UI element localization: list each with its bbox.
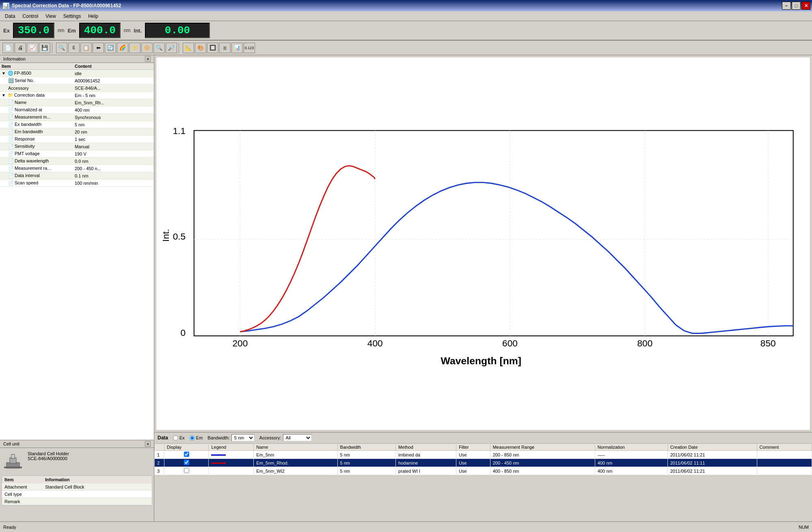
tb-b5[interactable]: 🔄 (105, 43, 116, 53)
tb-b10[interactable]: 🔎 (166, 43, 177, 53)
radio-em-input[interactable] (190, 435, 195, 441)
cell-row-type: Cell type (2, 491, 152, 498)
row-name: Em_5nm_Rhod. (254, 459, 337, 467)
row-name: Em_5nm_WI2 (254, 467, 337, 475)
svg-rect-5 (194, 130, 793, 336)
menu-control[interactable]: Control (19, 13, 41, 20)
menu-help[interactable]: Help (85, 13, 102, 20)
menu-settings[interactable]: Settings (60, 13, 84, 20)
data-table-container: Display Legend Name Bandwidth Method Fil… (154, 443, 812, 518)
accessory-group: Accessory: All SCE-846 (259, 434, 312, 441)
info-col-headers: Item Content (0, 63, 154, 70)
title-bar: 📊 Spectral Correction Data - FP-8500/A00… (0, 0, 812, 11)
info-col-content: Content (75, 64, 152, 69)
row-comment (757, 467, 812, 475)
data-table-row[interactable]: 2Em_5nm_Rhod.5 nmhodamineUse200 - 450 nm… (155, 459, 812, 467)
row-date: 2011/06/02 11:21 (667, 467, 757, 475)
row-display[interactable] (164, 467, 209, 475)
tb-b3[interactable]: 📋 (80, 43, 92, 53)
tb-b15[interactable]: 📊 (231, 43, 243, 53)
row-legend (209, 467, 254, 475)
legend-line (211, 454, 226, 456)
col-filter: Filter (456, 444, 490, 451)
display-checkbox[interactable] (184, 468, 189, 473)
minimize-button[interactable]: − (782, 2, 791, 10)
bandwidth-group: Bandwidth: 1 nm 2 nm 3 nm 5 nm 10 nm 20 … (207, 434, 254, 441)
tb-b12[interactable]: 🎨 (195, 43, 206, 53)
int-display: 0.00 (145, 23, 210, 38)
row-bandwidth: 5 nm (337, 467, 396, 475)
tb-b16[interactable]: 0.123 (244, 43, 255, 53)
tb-b7[interactable]: ⚡ (129, 43, 140, 53)
row-method: hodamine (396, 459, 456, 467)
tb-b11[interactable]: 📐 (183, 43, 194, 53)
tb-b8[interactable]: 🔆 (141, 43, 153, 53)
tb-b1[interactable]: 🔍 (56, 43, 67, 53)
info-row: 📄SensitivityManual (0, 143, 154, 150)
tb-new[interactable]: 📄 (2, 43, 14, 53)
display-checkbox[interactable] (184, 452, 189, 457)
tb-print[interactable]: 🖨 (15, 43, 26, 53)
tb-b2[interactable]: E (68, 43, 80, 53)
col-display: Display (164, 444, 209, 451)
info-row: ▼ 🌐FP-8500idle (0, 70, 154, 77)
tb-graph[interactable]: 📈 (27, 43, 38, 53)
info-row: 📄Delta wavelength0.0 nm (0, 158, 154, 165)
display-checkbox[interactable] (184, 460, 189, 465)
info-row: 📄NameEm_5nm_Rh... (0, 99, 154, 106)
svg-text:200: 200 (232, 338, 248, 348)
info-col-item: Item (2, 64, 75, 69)
menu-view[interactable]: View (42, 13, 59, 20)
expand-icon[interactable]: ▼ (2, 71, 7, 76)
cell-col2: Information (43, 477, 152, 482)
radio-ex[interactable]: Ex (173, 435, 185, 441)
col-num (155, 444, 164, 451)
info-panel-close[interactable]: ✕ (145, 56, 151, 62)
bandwidth-select[interactable]: 1 nm 2 nm 3 nm 5 nm 10 nm 20 nm (231, 434, 255, 441)
int-label: Int. (134, 28, 142, 34)
info-row: 📄PMT voltage190 V (0, 150, 154, 158)
tb-b4[interactable]: ⬅ (93, 43, 104, 53)
status-mode: NUM (799, 525, 809, 530)
app-icon: 📊 (2, 2, 9, 9)
svg-text:800: 800 (637, 338, 652, 348)
menu-data[interactable]: Data (2, 13, 18, 20)
accessory-label: Accessory: (259, 435, 281, 440)
info-row: 📄Normalized at400 nm (0, 106, 154, 114)
radio-ex-input[interactable] (173, 435, 178, 441)
em-label: Em (68, 28, 76, 34)
data-table-row[interactable]: 1Em_5nm5 nmimbined daUse200 - 850 nm----… (155, 451, 812, 459)
info-row: 📄Measurement m...Synchronous (0, 114, 154, 121)
data-table-row[interactable]: 3Em_5nm_WI25 nmprated WI IUse400 - 850 n… (155, 467, 812, 475)
tb-b14[interactable]: ||| (219, 43, 231, 53)
cell-remark-value (43, 501, 152, 502)
accessory-select[interactable]: All SCE-846 (283, 434, 312, 441)
data-table-header-row: Display Legend Name Bandwidth Method Fil… (155, 444, 812, 451)
tb-b9[interactable]: 🔍 (153, 43, 165, 53)
data-panel-header: Data Ex Em Bandwidth: 1 nm 2 nm (154, 433, 812, 443)
row-date: 2011/06/02 11:11 (667, 459, 757, 467)
cell-type-value (43, 494, 152, 495)
tb-b6[interactable]: 🌈 (117, 43, 128, 53)
tb-b13[interactable]: 🔲 (207, 43, 218, 53)
row-display[interactable] (164, 451, 209, 459)
row-normalization: 400 nm (595, 467, 667, 475)
cell-panel-close[interactable]: ✕ (145, 441, 151, 447)
row-filter: Use (456, 451, 490, 459)
radio-em[interactable]: Em (190, 435, 203, 441)
info-row: 📄Em bandwidth20 nm (0, 128, 154, 136)
close-button[interactable]: ✕ (801, 2, 810, 10)
maximize-button[interactable]: □ (792, 2, 801, 10)
info-panel: Information ✕ Item Content ▼ 🌐FP-8500idl… (0, 55, 154, 440)
tb-save[interactable]: 💾 (39, 43, 50, 53)
ex-wavelength-display: 350.0 (13, 23, 54, 38)
info-row: AccessorySCE-846/A... (0, 84, 154, 92)
expand-icon[interactable]: ▼ (2, 93, 7, 97)
row-legend (209, 451, 254, 459)
row-range: 400 - 850 nm (490, 467, 595, 475)
cell-attachment-value: Standard Cell Block (43, 484, 152, 490)
row-display[interactable] (164, 459, 209, 467)
svg-text:Wavelength [nm]: Wavelength [nm] (441, 355, 521, 366)
info-row: 📄Data interval0.1 nm (0, 172, 154, 179)
cell-panel-header: Cell unit ✕ (0, 440, 154, 448)
